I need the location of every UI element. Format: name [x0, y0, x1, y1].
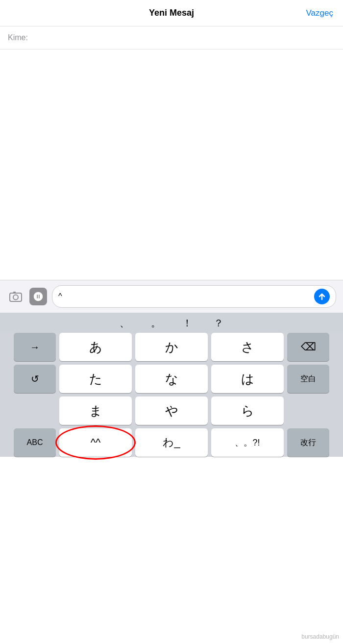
send-button[interactable] — [314, 289, 330, 304]
key-abc[interactable]: ABC — [14, 428, 56, 457]
punct-key-toten[interactable]: 、 — [119, 317, 130, 330]
to-label: Kime: — [8, 33, 28, 42]
page-title: Yeni Mesaj — [149, 8, 194, 18]
message-input-bar[interactable]: ^ — [52, 285, 336, 308]
key-a[interactable]: あ — [59, 333, 132, 361]
key-kaigyou[interactable]: 改行 — [287, 428, 329, 457]
key-ha[interactable]: は — [211, 365, 284, 393]
key-kuuhaku[interactable]: 空白 — [287, 365, 329, 393]
camera-button[interactable] — [7, 288, 24, 305]
to-field: Kime: — [0, 26, 343, 50]
svg-rect-2 — [13, 292, 16, 294]
key-wa[interactable]: わ_ — [135, 428, 208, 457]
watermark: bursadabugün — [301, 633, 339, 640]
key-ma[interactable]: ま — [59, 396, 132, 425]
key-ra[interactable]: ら — [211, 396, 284, 425]
key-delete[interactable]: ⌫ — [287, 333, 329, 361]
key-punct-combo[interactable]: 、。?! — [211, 428, 284, 457]
header: Yeni Mesaj Vazgeç — [0, 0, 343, 26]
appstore-button[interactable] — [29, 288, 47, 305]
key-sa[interactable]: さ — [211, 333, 284, 361]
key-ya[interactable]: や — [135, 396, 208, 425]
key-ta[interactable]: た — [59, 365, 132, 393]
key-ka[interactable]: か — [135, 333, 208, 361]
svg-point-1 — [13, 295, 18, 300]
punct-key-exclaim[interactable]: ！ — [181, 317, 193, 330]
keyboard: 、 。 ！ ？ → あ か さ ⌫ ↺ た な は 空白 ま や ら ABC ^… — [0, 313, 343, 457]
punct-key-question[interactable]: ？ — [213, 317, 224, 330]
key-row-3: ま や ら — [0, 396, 343, 425]
punct-key-maru[interactable]: 。 — [150, 317, 162, 330]
to-input[interactable] — [32, 33, 335, 42]
punct-row: 、 。 ！ ？ — [0, 313, 343, 333]
key-na[interactable]: な — [135, 365, 208, 393]
toolbar: ^ — [0, 280, 343, 313]
key-row-1: → あ か さ ⌫ — [0, 333, 343, 361]
key-row-4: ABC ^^ わ_ 、。?! 改行 — [0, 428, 343, 457]
cancel-button[interactable]: Vazgeç — [306, 8, 333, 18]
key-daku[interactable]: ^^ — [59, 428, 132, 457]
key-row-2: ↺ た な は 空白 — [0, 365, 343, 393]
key-arrow[interactable]: → — [14, 333, 56, 361]
message-input-text: ^ — [58, 292, 311, 301]
message-body[interactable] — [0, 50, 343, 280]
key-undo[interactable]: ↺ — [14, 365, 56, 393]
